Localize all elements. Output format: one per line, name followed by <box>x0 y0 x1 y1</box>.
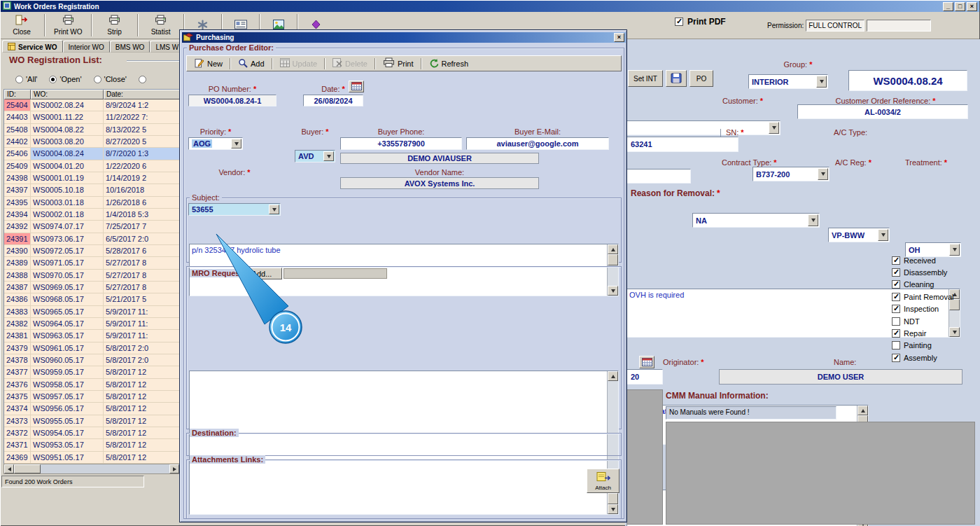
table-cell[interactable]: 5/27/2017 8 <box>104 257 181 269</box>
table-cell[interactable]: 24373 <box>4 415 31 427</box>
chevron-down-icon[interactable] <box>231 139 241 148</box>
chevron-down-icon[interactable] <box>816 76 827 88</box>
table-cell[interactable]: 5/8/2017 12 <box>104 452 181 464</box>
table-row[interactable]: 24398WS0001.01.191/14/2019 2 <box>4 172 181 184</box>
table-cell[interactable]: 24391 <box>4 233 31 245</box>
delete-button[interactable]: Delete <box>328 57 372 70</box>
table-cell[interactable]: 5/9/2017 11: <box>104 330 181 342</box>
close-button[interactable]: Close <box>4 13 40 38</box>
table-cell[interactable]: WS0953.05.17 <box>31 439 104 451</box>
table-row[interactable]: 24369WS0951.05.175/8/2017 12 <box>4 452 181 464</box>
table-cell[interactable]: 11/2/2022 7: <box>104 111 181 123</box>
contract-type-select[interactable]: NA <box>692 213 820 228</box>
table-row[interactable]: 24388WS0970.05.175/27/2017 8 <box>4 270 181 282</box>
table-cell[interactable]: WS0002.01.18 <box>31 209 104 221</box>
table-cell[interactable]: 5/8/2017 2:0 <box>104 354 181 366</box>
checkbox-icon[interactable] <box>892 256 900 265</box>
table-cell[interactable]: 1/26/2018 6 <box>104 197 181 209</box>
table-cell[interactable]: WS0001.11.22 <box>31 111 104 123</box>
table-row[interactable]: 24402WS0003.08.208/27/2020 5 <box>4 136 181 148</box>
table-cell[interactable]: 5/27/2017 8 <box>104 282 181 293</box>
minimize-button[interactable]: _ <box>943 2 953 11</box>
checkbox-icon[interactable] <box>892 341 900 349</box>
table-cell[interactable]: 5/8/2017 12 <box>104 403 181 415</box>
table-row[interactable]: 24378WS0960.05.175/8/2017 2:0 <box>4 354 181 366</box>
table-cell[interactable]: 25409 <box>4 160 31 172</box>
treatment-item[interactable]: Cleaning <box>892 279 954 291</box>
column-header-id[interactable]: ID: <box>4 90 31 99</box>
filter-open[interactable]: 'Open' <box>49 75 81 83</box>
treatment-item[interactable]: Assembly <box>892 352 954 364</box>
table-cell[interactable]: WS0969.05.17 <box>31 282 104 293</box>
table-cell[interactable]: 24378 <box>4 354 31 366</box>
table-cell[interactable]: 1/4/2018 5:3 <box>104 209 181 221</box>
customer-order-ref-field[interactable]: AL-0034/2 <box>797 104 968 119</box>
table-cell[interactable]: WS0971.05.17 <box>31 257 104 269</box>
table-cell[interactable]: WS0961.05.17 <box>31 342 104 354</box>
radio-icon[interactable] <box>15 76 23 83</box>
treatment-item[interactable]: NDT <box>892 315 954 327</box>
table-cell[interactable]: 24392 <box>4 221 31 233</box>
table-row[interactable]: 24372WS0954.05.175/8/2017 12 <box>4 427 181 439</box>
table-cell[interactable]: WS0005.10.18 <box>31 184 104 196</box>
table-cell[interactable]: 5/8/2017 12 <box>104 415 181 427</box>
chevron-down-icon[interactable] <box>878 229 888 241</box>
table-cell[interactable]: WS0003.01.18 <box>31 197 104 209</box>
table-cell[interactable]: 8/9/2024 1:2 <box>104 99 181 111</box>
scroll-left-button[interactable] <box>4 464 14 473</box>
table-cell[interactable]: 7/25/2017 7 <box>104 221 181 233</box>
table-cell[interactable]: 24377 <box>4 366 31 378</box>
table-cell[interactable]: 24382 <box>4 318 31 330</box>
table-row[interactable]: 25406WS0004.08.248/7/2020 1:3 <box>4 148 181 160</box>
dialog-close-button[interactable]: × <box>614 33 624 42</box>
checkbox-icon[interactable] <box>892 305 900 313</box>
treatment-item[interactable]: Repair <box>892 327 954 339</box>
table-cell[interactable]: 5/8/2017 12 <box>104 379 181 391</box>
table-row[interactable]: 24382WS0964.05.175/9/2017 11: <box>4 318 181 330</box>
date-picker-button[interactable] <box>639 356 654 368</box>
table-row[interactable]: 24381WS0963.05.175/9/2017 11: <box>4 330 181 342</box>
statistics-button[interactable]: Statist <box>143 13 179 38</box>
tab-service-wo[interactable]: Service WO <box>2 40 63 53</box>
maximize-button[interactable]: □ <box>955 2 965 11</box>
table-cell[interactable]: 5/8/2017 12 <box>104 427 181 439</box>
scroll-up-button[interactable] <box>858 406 868 415</box>
checkbox-icon[interactable] <box>892 268 900 277</box>
table-cell[interactable]: 5/28/2017 6 <box>104 245 181 257</box>
checkbox-icon[interactable] <box>892 354 900 362</box>
table-cell[interactable]: WS0001.01.19 <box>31 172 104 184</box>
table-cell[interactable]: WS0951.05.17 <box>31 452 104 464</box>
buyer-phone-field[interactable]: +3355787900 <box>340 137 462 150</box>
window-titlebar[interactable]: Work Orders Registration _ □ × <box>1 1 979 12</box>
table-row[interactable]: 24383WS0965.05.175/9/2017 11: <box>4 306 181 318</box>
filter-all[interactable]: 'All' <box>15 75 37 83</box>
table-cell[interactable]: 24376 <box>4 379 31 391</box>
table-cell[interactable]: 24369 <box>4 452 31 464</box>
table-cell[interactable]: 1/14/2019 2 <box>104 172 181 184</box>
refresh-button[interactable]: Refresh <box>424 57 474 70</box>
table-cell[interactable]: 24375 <box>4 391 31 403</box>
table-cell[interactable]: 5/21/2017 5 <box>104 293 181 305</box>
table-cell[interactable]: 24386 <box>4 293 31 305</box>
table-cell[interactable]: 24387 <box>4 282 31 293</box>
treatment-item[interactable]: Received <box>892 254 954 266</box>
table-cell[interactable]: 5/9/2017 11: <box>104 306 181 318</box>
scroll-right-button[interactable] <box>169 464 179 473</box>
table-cell[interactable]: 1/22/2020 6 <box>104 160 181 172</box>
chevron-down-icon[interactable] <box>769 122 779 134</box>
table-row[interactable]: 25404WS0002.08.248/9/2024 1:2 <box>4 99 181 111</box>
table-row[interactable]: 24391WS0973.06.176/5/2017 2:0 <box>4 233 181 245</box>
column-header-date[interactable]: Date: <box>104 90 181 99</box>
table-cell[interactable]: 5/8/2017 12 <box>104 391 181 403</box>
tab-interior-wo[interactable]: Interior WO <box>63 41 110 53</box>
sn-field[interactable]: 63241 <box>626 137 738 152</box>
table-row[interactable]: 24392WS0974.07.177/25/2017 7 <box>4 221 181 233</box>
table-cell[interactable]: 24379 <box>4 342 31 354</box>
table-cell[interactable]: 25404 <box>4 99 31 111</box>
tab-bms-wo[interactable]: BMS WO <box>110 41 150 53</box>
table-cell[interactable]: WS0957.05.17 <box>31 391 104 403</box>
table-cell[interactable]: WS0956.05.17 <box>31 403 104 415</box>
print-button[interactable]: Print <box>378 57 419 70</box>
table-row[interactable]: 24379WS0961.05.175/8/2017 2:0 <box>4 342 181 354</box>
strip-button[interactable]: Strip <box>97 13 133 38</box>
